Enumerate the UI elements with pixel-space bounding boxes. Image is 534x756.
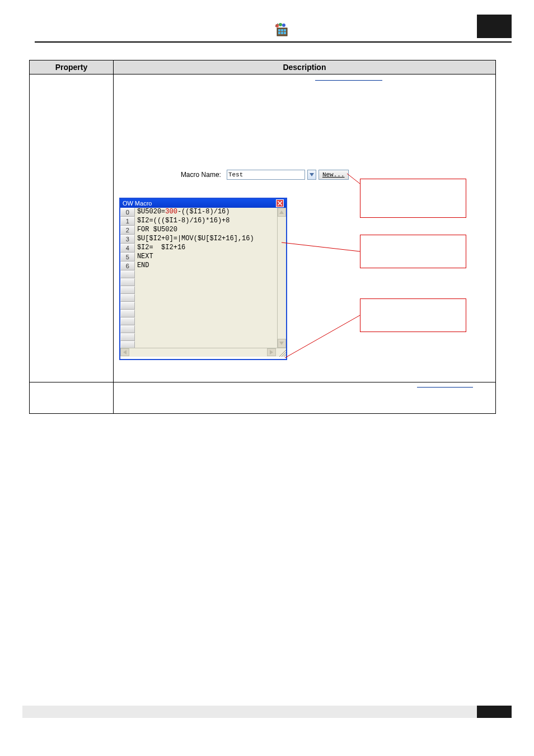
svg-rect-4 (278, 32, 280, 34)
description-link-2[interactable] (417, 387, 473, 388)
footer-page-block (477, 706, 512, 718)
header-divider (35, 41, 512, 43)
svg-rect-2 (281, 29, 283, 31)
code-line: 2FOR $U5020 (120, 226, 286, 235)
scroll-left-icon[interactable] (120, 348, 129, 356)
svg-line-10 (347, 174, 360, 184)
cell-description-1: Macro Name: New... OW Macro (113, 74, 495, 382)
svg-rect-3 (284, 29, 286, 31)
svg-point-8 (279, 23, 282, 26)
annotation-box-1 (360, 179, 466, 218)
col-header-description: Description (113, 60, 495, 74)
svg-rect-6 (284, 32, 286, 34)
code-line: 3$U[$I2+0]=|MOV($U[$I2+16],16) (120, 235, 286, 244)
page-corner-block (477, 15, 512, 38)
cell-property-2 (30, 382, 114, 414)
vertical-scrollbar[interactable] (277, 208, 286, 348)
svg-line-11 (282, 242, 360, 251)
code-line: 0$U5020=300-(($I1-8)/16) (120, 208, 286, 217)
svg-rect-5 (281, 32, 283, 34)
macro-name-dropdown-arrow[interactable] (307, 170, 316, 180)
ow-macro-window: OW Macro 0$U5020=300-(($I1-8)/16) 1$I2=(… (119, 198, 287, 360)
app-icon (274, 22, 289, 37)
scroll-down-icon[interactable] (278, 339, 286, 348)
annotation-box-2 (360, 235, 466, 268)
annotation-box-3 (360, 298, 466, 332)
svg-rect-1 (278, 29, 280, 31)
code-line: 4$I2= $I2+16 (120, 244, 286, 253)
code-line: 6END (120, 262, 286, 270)
code-line: 5NEXT (120, 253, 286, 262)
close-icon[interactable] (276, 199, 284, 207)
ow-macro-titlebar: OW Macro (120, 199, 286, 208)
col-header-property: Property (30, 60, 114, 74)
new-macro-button[interactable]: New... (318, 170, 349, 180)
svg-point-9 (282, 24, 285, 27)
scroll-up-icon[interactable] (278, 208, 286, 217)
macro-name-input[interactable] (227, 170, 305, 180)
cell-description-2 (113, 382, 495, 414)
ow-macro-title: OW Macro (123, 200, 152, 207)
resize-grip-icon[interactable] (277, 348, 286, 357)
code-line: 1$I2=((($I1-8)/16)*16)+8 (120, 217, 286, 226)
cell-property-1 (30, 74, 114, 382)
macro-name-label: Macro Name: (181, 171, 221, 179)
horizontal-scrollbar[interactable] (120, 348, 286, 357)
description-link-top[interactable] (315, 80, 382, 81)
macro-name-row: Macro Name: New... (181, 170, 349, 185)
scroll-right-icon[interactable] (267, 348, 276, 356)
macro-code-area[interactable]: 0$U5020=300-(($I1-8)/16) 1$I2=((($I1-8)/… (120, 208, 286, 348)
svg-line-12 (285, 315, 360, 358)
properties-table: Property Description Macro Name: New... (29, 60, 496, 414)
footer-bar (22, 706, 512, 718)
